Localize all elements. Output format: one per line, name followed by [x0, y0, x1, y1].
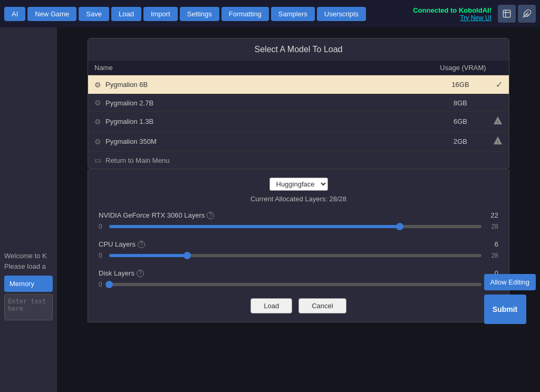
nvidia-min: 0 — [99, 223, 105, 230]
source-select-row: Huggingface Local — [99, 178, 498, 191]
warn-icon: ! — [487, 136, 503, 147]
folder-name: Return to Main Menu — [105, 156, 169, 164]
warn-icon: ! — [487, 116, 503, 127]
cpu-label: CPU Layers ? — [99, 240, 145, 248]
connection-info: Connected to KoboldAI! Try New UI — [413, 6, 491, 22]
cpu-slider-group: CPU Layers ? 6 0 28 — [99, 240, 498, 261]
right-action-panel: Allow Editing Submit — [480, 270, 540, 328]
model-row[interactable]: ⚙ Pygmalion 350M 2GB ! — [88, 132, 509, 152]
cpu-slider-wrapper — [109, 250, 481, 261]
model-icon: ⚙ — [94, 99, 101, 107]
model-panel-title: Select A Model To Load — [88, 38, 509, 61]
model-icon: ⚙ — [94, 81, 101, 89]
memory-button[interactable]: Memory — [4, 276, 53, 292]
nav-btn-userscripts[interactable]: Userscripts — [317, 7, 366, 21]
nav-btn-samplers[interactable]: Samplers — [271, 7, 315, 21]
model-usage: 2GB — [434, 138, 487, 145]
model-select-panel: Select A Model To Load Name Usage (VRAM)… — [88, 38, 509, 169]
top-nav: AI New Game Save Load Import Settings Fo… — [0, 0, 540, 27]
model-usage: 16GB — [434, 81, 487, 89]
model-list: ⚙ Pygmalion 6B 16GB ✓ ⚙ Pygmalion 2.7B 8… — [88, 75, 509, 169]
nav-btn-settings[interactable]: Settings — [180, 7, 219, 21]
nvidia-slider-group: NVIDIA GeForce RTX 3060 Layers ? 22 0 28 — [99, 211, 498, 232]
disk-slider-row: 0 28 — [99, 279, 498, 290]
feather-icon-btn[interactable] — [518, 5, 536, 23]
nav-btn-new-game[interactable]: New Game — [27, 7, 76, 21]
model-name: Pygmalion 2.7B — [105, 99, 434, 107]
check-icon: ✓ — [487, 80, 503, 90]
nav-btn-ai[interactable]: AI — [4, 7, 25, 21]
nav-btn-formatting[interactable]: Formatting — [221, 7, 269, 21]
col-name-header: Name — [94, 64, 423, 72]
modal-overlay: Select A Model To Load Name Usage (VRAM)… — [57, 27, 540, 392]
folder-icon: ▭ — [94, 156, 101, 164]
model-row[interactable]: ⚙ Pygmalion 1.3B 6GB ! — [88, 112, 509, 132]
welcome-text: Welcome to K Please load a — [4, 249, 53, 273]
cancel-button[interactable]: Cancel — [298, 298, 346, 313]
cpu-slider-row: 0 28 — [99, 250, 498, 261]
return-to-main-menu-row[interactable]: ▭ Return to Main Menu — [88, 152, 509, 169]
disk-slider-group: Disk Layers ? 0 0 28 — [99, 269, 498, 290]
nav-btn-load[interactable]: Load — [111, 7, 141, 21]
connected-text: Connected to KoboldAI! — [413, 6, 491, 14]
disk-info-icon[interactable]: ? — [137, 270, 144, 277]
disk-slider-wrapper — [109, 279, 481, 290]
disk-min: 0 — [99, 281, 105, 288]
nvidia-value: 22 — [483, 211, 498, 219]
disk-label: Disk Layers ? — [99, 269, 144, 277]
try-new-ui-link[interactable]: Try New UI — [460, 14, 491, 22]
nvidia-max: 28 — [486, 223, 498, 230]
model-row[interactable]: ⚙ Pygmalion 6B 16GB ✓ — [88, 75, 509, 94]
model-name: Pygmalion 1.3B — [105, 117, 434, 125]
main-area: Welcome to K Please load a Memory Select… — [0, 27, 540, 392]
puzzle-icon-btn[interactable] — [498, 5, 516, 23]
model-name: Pygmalion 6B — [105, 81, 434, 89]
nvidia-label-row: NVIDIA GeForce RTX 3060 Layers ? 22 — [99, 211, 498, 219]
model-usage: 8GB — [434, 99, 487, 107]
layer-config-panel: Huggingface Local Current Allocated Laye… — [88, 169, 509, 322]
submit-button[interactable]: Submit — [484, 295, 526, 324]
load-button[interactable]: Load — [250, 298, 292, 313]
story-input[interactable] — [4, 294, 53, 320]
source-select[interactable]: Huggingface Local — [269, 178, 328, 191]
model-icon: ⚙ — [94, 117, 101, 126]
model-name: Pygmalion 350M — [105, 138, 434, 145]
nvidia-info-icon[interactable]: ? — [207, 212, 214, 219]
left-sidebar: Welcome to K Please load a Memory — [0, 27, 57, 392]
nav-btn-import[interactable]: Import — [143, 7, 178, 21]
model-row[interactable]: ⚙ Pygmalion 2.7B 8GB — [88, 94, 509, 112]
allocated-layers-text: Current Allocated Layers: 28/28 — [99, 195, 498, 203]
cpu-value: 6 — [483, 240, 498, 248]
cpu-min: 0 — [99, 252, 105, 259]
allow-editing-button[interactable]: Allow Editing — [484, 274, 536, 290]
model-usage: 6GB — [434, 117, 487, 125]
cpu-info-icon[interactable]: ? — [138, 241, 145, 248]
disk-label-row: Disk Layers ? 0 — [99, 269, 498, 277]
col-usage-header: Usage (VRAM) — [423, 64, 503, 72]
load-actions: Load Cancel — [99, 298, 498, 313]
nvidia-slider-row: 0 28 — [99, 221, 498, 232]
model-table-header: Name Usage (VRAM) — [88, 61, 509, 75]
model-icon: ⚙ — [94, 138, 101, 146]
svg-text:!: ! — [497, 120, 499, 124]
nvidia-label: NVIDIA GeForce RTX 3060 Layers ? — [99, 211, 214, 219]
nav-btn-save[interactable]: Save — [79, 7, 109, 21]
cpu-max: 28 — [486, 252, 498, 259]
svg-text:!: ! — [497, 140, 499, 144]
cpu-label-row: CPU Layers ? 6 — [99, 240, 498, 248]
nvidia-slider-wrapper — [109, 221, 481, 232]
